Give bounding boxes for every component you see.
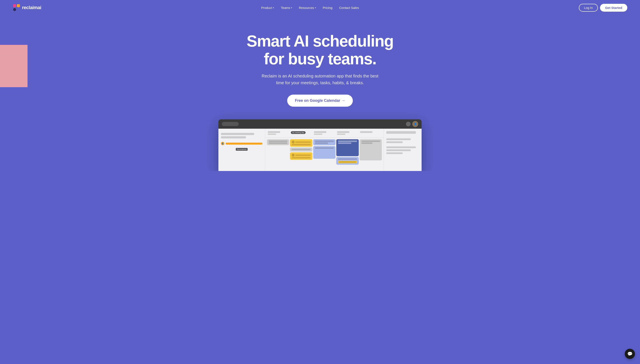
cal-event-yellow-1 [290,139,312,147]
hero-title: Smart AI scheduling for busy teams. [238,32,402,68]
sidebar-line [221,136,246,138]
sidebar-lines: 👤 Decompress [221,133,262,151]
app-preview: 👤 👤 Decompress [218,119,422,171]
svg-rect-1 [17,4,20,7]
col-header-4 [336,130,359,136]
user-avatar: 👤 [412,121,418,127]
nav-item-contact-sales[interactable]: Contact Sales [337,4,362,11]
chevron-down-icon: ▾ [273,6,274,9]
bar-circle [406,122,410,126]
get-started-button[interactable]: Get Started [600,4,627,12]
cal-event-yellow-2 [290,152,312,160]
event-avatar [292,154,294,156]
cal-event-gray-1 [267,139,289,145]
nav-item-resources[interactable]: Resources ▾ [296,4,318,11]
col-header-1 [267,130,290,136]
no-meeting-day-badge: No meeting day [291,131,306,134]
logo-text: reclaimai [22,5,41,10]
bar-pill [222,122,239,126]
svg-rect-0 [13,4,16,7]
cal-event-blue-light-1 [313,139,336,145]
sidebar-line [221,133,254,135]
bar-dots: 👤 [406,121,418,127]
cal-column-5 [360,139,382,169]
calendar-body [265,138,384,171]
sidebar-event-bar [226,143,262,144]
hero-section: Smart AI scheduling for busy teams. Recl… [0,15,640,171]
right-panel [384,129,422,171]
nav-item-pricing[interactable]: Pricing [320,4,335,11]
hero-subtitle: Reclaim is an AI scheduling automation a… [261,72,379,86]
event-mini-avatar: 👤 [221,142,224,145]
cta-button[interactable]: Free on Google Calendar → [287,94,352,107]
cal-column-4 [336,139,358,169]
app-bar: 👤 [218,119,422,129]
logo[interactable]: reclaimai [13,4,41,12]
svg-point-2 [13,8,16,11]
event-avatar [292,140,294,144]
sidebar-panel: 👤 Decompress [218,129,265,171]
decompress-badge: Decompress [236,148,248,151]
cal-event-blue-light-3 [336,157,358,165]
calendar-header: No meeting day [265,129,384,138]
cal-event-yellow-nested [338,161,357,164]
cal-column-3 [313,139,336,169]
decorative-pink-square [0,45,28,87]
col-header-5 [359,130,382,136]
login-button[interactable]: Log In [579,4,598,12]
app-calendar-content: 👤 Decompress No [218,129,422,171]
cal-event-gray-2 [290,148,312,152]
col-header-3 [313,130,336,136]
chevron-down-icon: ▾ [315,6,316,9]
cal-column-1 [267,139,289,169]
col-header-2: No meeting day [290,130,312,136]
svg-marker-3 [17,8,20,11]
chevron-down-icon: ▾ [291,6,292,9]
navbar: reclaimai Product ▾ Teams ▾ Resources ▾ … [0,0,640,15]
calendar-main: No meeting day [265,129,384,171]
cal-column-2 [290,139,312,169]
nav-links: Product ▾ Teams ▾ Resources ▾ Pricing Co… [258,4,362,11]
nav-item-teams[interactable]: Teams ▾ [278,4,294,11]
nav-buttons: Log In Get Started [579,4,627,12]
logo-icon [13,4,20,12]
nav-item-product[interactable]: Product ▾ [258,4,276,11]
cal-event-blue-light-2 [313,146,336,159]
cal-event-gray-3 [360,139,382,160]
cal-event-dark-1 [336,139,358,156]
